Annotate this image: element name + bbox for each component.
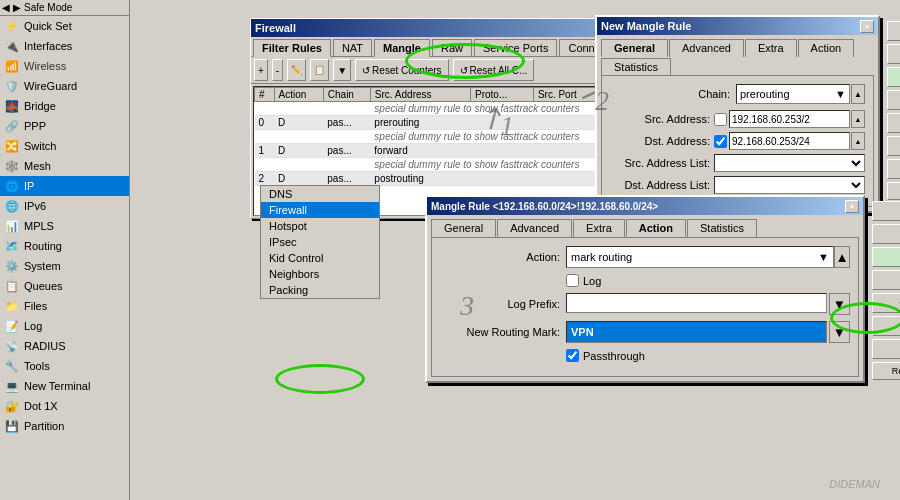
sidebar-item-ppp[interactable]: 🔗 PPP <box>0 116 129 136</box>
sidebar-item-bridge[interactable]: 🌉 Bridge <box>0 96 129 116</box>
dropdown-item-kid-control[interactable]: Kid Control <box>261 250 379 266</box>
disable-btn-nm[interactable]: Disable <box>887 90 900 110</box>
reset-counters-btn-mr[interactable]: Reset Counters <box>872 362 900 380</box>
ok-btn-mr[interactable]: OK <box>872 201 900 221</box>
remove-btn-nm[interactable]: Remove <box>887 159 900 179</box>
sidebar-item-files[interactable]: 📁 Files <box>0 296 129 316</box>
routing-mark-input[interactable] <box>566 321 827 343</box>
tab-general-mr[interactable]: General <box>431 219 496 237</box>
comment-btn-mr[interactable]: Comment <box>872 293 900 313</box>
tab-general-nm[interactable]: General <box>601 39 668 57</box>
log-prefix-label: Log Prefix: <box>440 298 560 310</box>
tab-extra-nm[interactable]: Extra <box>745 39 797 57</box>
copy-btn-nm[interactable]: Copy <box>887 136 900 156</box>
sidebar-label-radius: RADIUS <box>24 340 66 352</box>
dropdown-item-ipsec[interactable]: IPsec <box>261 234 379 250</box>
partition-icon: 💾 <box>4 418 20 434</box>
forward-icon[interactable]: ▶ <box>13 2 21 13</box>
src-addr-up-btn[interactable]: ▲ <box>851 110 865 128</box>
sidebar-item-dot1x[interactable]: 🔐 Dot 1X <box>0 396 129 416</box>
sidebar-item-new-terminal[interactable]: 💻 New Terminal <box>0 376 129 396</box>
action-up-btn[interactable]: ▲ <box>834 246 850 268</box>
sidebar-item-quick-set[interactable]: ⚡ Quick Set <box>0 16 129 36</box>
edit-btn[interactable]: ✏️ <box>287 59 306 81</box>
cancel-btn-nm[interactable]: Cancel <box>887 44 900 64</box>
tab-filter-rules[interactable]: Filter Rules <box>253 39 331 57</box>
log-prefix-input[interactable] <box>566 293 827 313</box>
dst-addr-list-select[interactable] <box>715 177 864 193</box>
sidebar-item-log[interactable]: 📝 Log <box>0 316 129 336</box>
dropdown-item-neighbors[interactable]: Neighbors <box>261 266 379 282</box>
log-icon: 📝 <box>4 318 20 334</box>
tab-nat[interactable]: NAT <box>333 39 372 57</box>
action-select[interactable]: mark routing ▼ <box>566 246 834 268</box>
src-addr-list-input[interactable] <box>714 154 865 172</box>
log-prefix-dropdown-btn[interactable]: ▼ <box>829 293 850 315</box>
apply-btn-nm[interactable]: Apply <box>887 67 900 87</box>
tab-mangle[interactable]: Mangle <box>374 39 430 57</box>
cancel-btn-mr[interactable]: Cancel <box>872 224 900 244</box>
sidebar-item-switch[interactable]: 🔀 Switch <box>0 136 129 156</box>
copy-rule-btn[interactable]: 📋 <box>310 59 329 81</box>
sidebar-item-ipv6[interactable]: 🌐 IPv6 <box>0 196 129 216</box>
ok-btn-nm[interactable]: OK <box>887 21 900 41</box>
dropdown-item-firewall[interactable]: Firewall <box>261 202 379 218</box>
sidebar-item-ip[interactable]: 🌐 IP <box>0 176 129 196</box>
ipv6-icon: 🌐 <box>4 198 20 214</box>
close-btn-mangle[interactable]: × <box>845 200 859 213</box>
chain-row: Chain: prerouting ▼ ▲ <box>610 84 865 104</box>
dropdown-item-hotspot[interactable]: Hotspot <box>261 218 379 234</box>
tab-statistics-mr[interactable]: Statistics <box>687 219 757 237</box>
sidebar-item-tools[interactable]: 🔧 Tools <box>0 356 129 376</box>
sidebar-item-partition[interactable]: 💾 Partition <box>0 416 129 436</box>
dst-addr-list-row: Dst. Address List: <box>610 176 865 194</box>
tab-service-ports[interactable]: Service Ports <box>474 39 557 57</box>
remove-btn-mr[interactable]: Remove <box>872 339 900 359</box>
dst-addr-up-btn[interactable]: ▲ <box>851 132 865 150</box>
remove-rule-btn[interactable]: - <box>272 59 283 81</box>
sidebar-item-wireguard[interactable]: 🛡️ WireGuard <box>0 76 129 96</box>
sidebar-item-radius[interactable]: 📡 RADIUS <box>0 336 129 356</box>
routing-mark-dropdown-btn[interactable]: ▼ <box>829 321 850 343</box>
terminal-icon: 💻 <box>4 378 20 394</box>
src-addr-input[interactable]: 192.168.60.253/2 <box>729 110 850 128</box>
tab-advanced-nm[interactable]: Advanced <box>669 39 744 57</box>
sidebar-item-queues[interactable]: 📋 Queues <box>0 276 129 296</box>
chain-select[interactable]: prerouting ▼ <box>736 84 850 104</box>
dst-addr-input[interactable]: 92.168.60.253/24 <box>729 132 850 150</box>
tab-raw[interactable]: Raw <box>432 39 472 57</box>
disable-btn-mr[interactable]: Disable <box>872 270 900 290</box>
chain-up-btn[interactable]: ▲ <box>851 84 865 104</box>
copy-btn-mr[interactable]: Copy <box>872 316 900 336</box>
close-btn-new-mangle[interactable]: × <box>860 20 874 33</box>
apply-btn-mr[interactable]: Apply <box>872 247 900 267</box>
dst-addr-list-input[interactable] <box>714 176 865 194</box>
sidebar-item-interfaces[interactable]: 🔌 Interfaces <box>0 36 129 56</box>
tab-action-mr[interactable]: Action <box>626 219 686 237</box>
back-icon[interactable]: ◀ <box>2 2 10 13</box>
sidebar-label-bridge: Bridge <box>24 100 56 112</box>
reset-all-counters-btn[interactable]: ↺ Reset All C... <box>453 59 535 81</box>
new-mangle-buttons: OK Cancel Apply Disable Comment Copy Rem… <box>883 17 900 225</box>
reset-counters-btn[interactable]: ↺ Reset Counters <box>355 59 448 81</box>
sidebar-item-routing[interactable]: 🗺️ Routing <box>0 236 129 256</box>
sidebar-item-mpls[interactable]: 📊 MPLS <box>0 216 129 236</box>
log-checkbox[interactable] <box>566 274 579 287</box>
dropdown-item-packing[interactable]: Packing <box>261 282 379 298</box>
sidebar-item-wireless[interactable]: 📶 Wireless <box>0 56 129 76</box>
src-addr-list-select[interactable] <box>715 155 864 171</box>
tab-advanced-mr[interactable]: Advanced <box>497 219 572 237</box>
dropdown-item-dns[interactable]: DNS <box>261 186 379 202</box>
sidebar-item-mesh[interactable]: 🕸️ Mesh <box>0 156 129 176</box>
dst-addr-checkbox[interactable] <box>714 135 727 148</box>
src-addr-checkbox[interactable] <box>714 113 727 126</box>
tab-extra-mr[interactable]: Extra <box>573 219 625 237</box>
filter-btn[interactable]: ▼ <box>333 59 351 81</box>
tab-statistics-nm[interactable]: Statistics <box>601 58 671 75</box>
passthrough-checkbox[interactable] <box>566 349 579 362</box>
tab-action-nm[interactable]: Action <box>798 39 855 57</box>
new-mangle-titlebar-buttons: × <box>860 20 874 33</box>
sidebar-item-system[interactable]: ⚙️ System <box>0 256 129 276</box>
add-rule-btn[interactable]: + <box>254 59 268 81</box>
comment-btn-nm[interactable]: Comment <box>887 113 900 133</box>
